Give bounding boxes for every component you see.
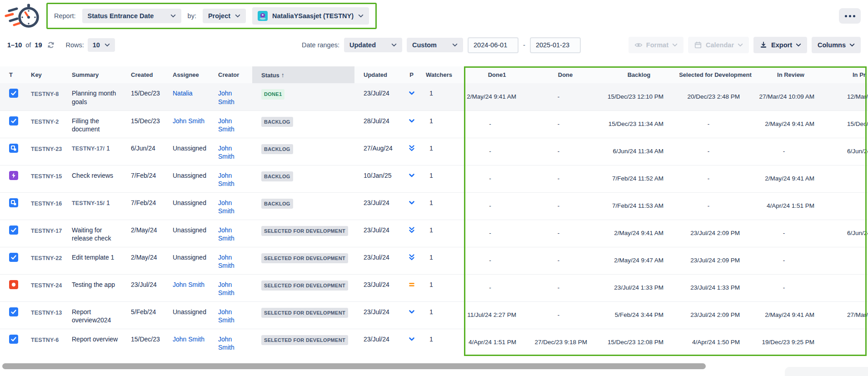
cell-key[interactable]: TESTNY-8	[22, 83, 63, 110]
table-row[interactable]: TESTNY-24 Testing the app 23/Jul/24 John…	[0, 274, 868, 301]
columns-button[interactable]: Columns	[812, 37, 861, 53]
arrow-up-icon: ↑	[281, 71, 284, 79]
cell-type	[0, 220, 22, 247]
column-header-created[interactable]: Created	[122, 66, 164, 83]
cell-status: DONE1	[252, 83, 354, 110]
column-header-date_done[interactable]: Done	[530, 66, 601, 83]
date-from-input[interactable]	[468, 37, 519, 53]
assignee-link[interactable]: John Smith	[173, 336, 205, 343]
corner-widget[interactable]	[785, 367, 868, 376]
creator-link[interactable]: John Smith	[218, 145, 234, 160]
column-header-status[interactable]: Status↑	[252, 66, 354, 83]
date-field-select[interactable]: Updated	[344, 38, 402, 52]
column-header-type[interactable]: T	[0, 66, 22, 83]
column-header-summary[interactable]: Summary	[63, 66, 122, 83]
table-row[interactable]: TESTNY-15 Check reviews 7/Feb/24 Unassig…	[0, 165, 868, 192]
column-header-date_backlog[interactable]: Backlog	[601, 66, 677, 83]
export-button[interactable]: Export	[753, 37, 807, 53]
cell-updated: 23/Jul/24	[354, 247, 403, 274]
table-row[interactable]: TESTNY-22 Edit template 1 2/May/24 Unass…	[0, 247, 868, 274]
top-bar: Report: Status Entrance Date by: Project…	[0, 0, 868, 30]
cell-key[interactable]: TESTNY-17	[22, 220, 63, 247]
date-mode-select[interactable]: Custom	[407, 38, 463, 52]
creator-link[interactable]: John Smith	[218, 172, 234, 188]
cell-status: BACKLOG	[252, 165, 354, 192]
table-row[interactable]: TESTNY-8 Planning month goals 15/Dec/23 …	[0, 83, 868, 110]
creator-link[interactable]: John Smith	[218, 226, 234, 242]
app-logo-stopwatch-icon	[5, 3, 40, 29]
cell-summary: Report overview	[63, 329, 122, 356]
priority-low-icon	[408, 310, 415, 317]
cell-summary: Edit template 1	[63, 247, 122, 274]
creator-link[interactable]: John Smith	[218, 254, 234, 270]
cell-date_done1: 4/Apr/24 1:51 PM	[464, 329, 530, 356]
rows-per-page-select[interactable]: 10	[88, 38, 115, 52]
column-header-date_in_review[interactable]: In Review	[753, 66, 828, 83]
column-header-updated[interactable]: Updated	[354, 66, 403, 83]
table-row[interactable]: TESTNY-13 Report overview2024 5/Feb/24 U…	[0, 301, 868, 329]
column-header-watchers[interactable]: Watchers	[420, 66, 464, 83]
table-row[interactable]: TESTNY-16 TESTNY-15/ 1 7/Feb/24 Unassign…	[0, 192, 868, 220]
group-by-select[interactable]: Project	[203, 9, 246, 23]
column-header-priority[interactable]: P	[403, 66, 420, 83]
table-row[interactable]: TESTNY-17 Waiting for release check 2/Ma…	[0, 220, 868, 247]
project-select[interactable]: NataliaYSaasjet (TESTNY)	[252, 7, 369, 25]
table-row[interactable]: TESTNY-6 Report overview 15/Dec/23 John …	[0, 329, 868, 356]
assignee-link[interactable]: John Smith	[173, 281, 205, 288]
refresh-button[interactable]	[46, 40, 56, 50]
creator-link[interactable]: John Smith	[218, 90, 234, 105]
cell-key[interactable]: TESTNY-23	[22, 138, 63, 165]
cell-updated: 23/Jul/24	[354, 83, 403, 110]
cell-created: 23/Jul/24	[122, 274, 164, 301]
cell-key[interactable]: TESTNY-13	[22, 301, 63, 329]
cell-key[interactable]: TESTNY-6	[22, 329, 63, 356]
cell-updated: 23/Jul/24	[354, 274, 403, 301]
cell-creator: John Smith	[209, 138, 252, 165]
creator-link[interactable]: John Smith	[218, 308, 234, 324]
more-menu-button[interactable]	[839, 8, 861, 24]
table-row[interactable]: TESTNY-23 TESTNY-17/ 1 6/Jun/24 Unassign…	[0, 138, 868, 165]
format-button[interactable]: Format	[629, 37, 683, 53]
cell-date_in_progress	[828, 165, 868, 192]
task-icon	[9, 253, 18, 262]
chevron-down-icon	[235, 14, 240, 18]
cell-key[interactable]: TESTNY-24	[22, 274, 63, 301]
column-header-date_done1[interactable]: Done1	[464, 66, 530, 83]
cell-creator: John Smith	[209, 301, 252, 329]
summary-parent-key: TESTNY-15/	[72, 200, 105, 206]
cell-type	[0, 247, 22, 274]
cell-key[interactable]: TESTNY-22	[22, 247, 63, 274]
cell-date_done1: 2/May/24 9:41 AM	[464, 83, 530, 110]
cell-key[interactable]: TESTNY-16	[22, 192, 63, 220]
cell-creator: John Smith	[209, 110, 252, 138]
task-icon	[9, 226, 18, 235]
cell-date_in_progress	[828, 247, 868, 274]
creator-link[interactable]: John Smith	[218, 199, 234, 215]
cell-date_backlog: 15/Dec/23 12:08 PM	[601, 329, 677, 356]
cell-date_selected_for_development: -	[677, 138, 753, 165]
assignee-link[interactable]: Natalia	[173, 90, 193, 97]
column-header-key[interactable]: Key	[22, 66, 63, 83]
report-select[interactable]: Status Entrance Date	[82, 9, 181, 23]
column-header-date_in_progress[interactable]: In Pr	[828, 66, 868, 83]
cell-key[interactable]: TESTNY-2	[22, 110, 63, 138]
priority-lowest-icon	[408, 146, 415, 153]
horizontal-scrollbar[interactable]	[2, 363, 706, 369]
cell-date_done: -	[530, 192, 601, 220]
column-header-assignee[interactable]: Assignee	[164, 66, 209, 83]
cell-key[interactable]: TESTNY-15	[22, 165, 63, 192]
creator-link[interactable]: John Smith	[218, 281, 234, 297]
column-header-date_selected_for_development[interactable]: Selected for Development	[677, 66, 753, 83]
date-to-input[interactable]	[530, 37, 581, 53]
cell-creator: John Smith	[209, 329, 252, 356]
cell-watchers: 1	[420, 138, 464, 165]
creator-link[interactable]: John Smith	[218, 117, 234, 133]
calendar-button[interactable]: Calendar	[688, 37, 749, 53]
cell-summary: Check reviews	[63, 165, 122, 192]
summary-text: 1	[106, 145, 110, 152]
table-row[interactable]: TESTNY-2 Filling the document 15/Dec/23 …	[0, 110, 868, 138]
cell-updated: 23/Jul/24	[354, 329, 403, 356]
creator-link[interactable]: John Smith	[218, 336, 234, 351]
assignee-link[interactable]: John Smith	[173, 117, 205, 125]
column-header-creator[interactable]: Creator	[209, 66, 252, 83]
